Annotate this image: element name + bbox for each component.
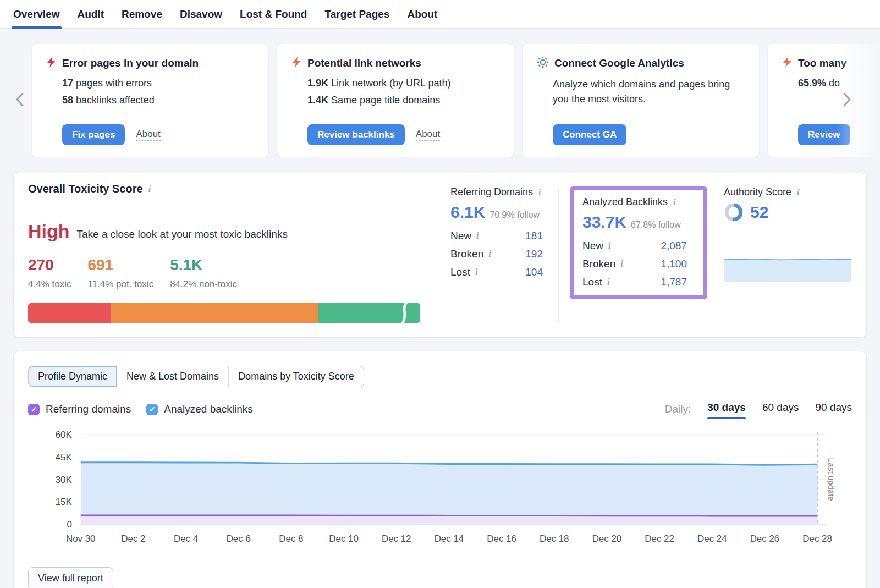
cards-carousel: Error pages in your domain 17 pages with… (0, 44, 880, 157)
analyzed-backlinks-title: Analyzed Backlinks (582, 196, 668, 208)
lightning-icon (782, 56, 793, 70)
svg-text:45K: 45K (56, 452, 73, 463)
tab-target-pages[interactable]: Target Pages (324, 0, 389, 29)
toxicity-section: Overall Toxicity Score i High Take a clo… (14, 173, 435, 337)
card-title: Potential link networks (307, 57, 421, 69)
svg-text:Dec 26: Dec 26 (750, 534, 780, 544)
svg-text:15K: 15K (56, 497, 73, 507)
tab-domains-by-toxicity[interactable]: Domains by Toxicity Score (229, 366, 364, 387)
checkbox-checked-icon[interactable]: ✓ (28, 404, 40, 415)
toxicity-level: High (28, 221, 70, 242)
info-icon[interactable]: i (148, 185, 151, 194)
card-stat-line: 1.4K Same page title domains (292, 95, 499, 106)
info-icon[interactable]: i (797, 188, 799, 197)
toxicity-bar-segment[interactable] (111, 303, 318, 323)
svg-text:Dec 10: Dec 10 (329, 534, 359, 544)
card-title: Error pages in your domain (62, 57, 199, 69)
toxicity-panel: Overall Toxicity Score i High Take a clo… (13, 173, 867, 338)
toxicity-bar[interactable] (28, 303, 420, 323)
review-button[interactable]: Review (798, 124, 850, 145)
stat-value-link[interactable]: 1,787 (661, 276, 687, 288)
svg-text:Dec 24: Dec 24 (697, 534, 727, 544)
authority-trend-sparkline (724, 252, 851, 282)
top-nav: Overview Audit Remove Disavow Lost & Fou… (0, 0, 880, 29)
tab-audit[interactable]: Audit (78, 0, 105, 29)
legend-analyzed-backlinks[interactable]: ✓ Analyzed backlinks (146, 403, 253, 415)
stat-value-link[interactable]: 192 (525, 248, 543, 260)
card-description: Analyze which domains and pages bring yo… (537, 77, 745, 107)
stat-row-broken: Brokeni 1,100 (582, 258, 687, 270)
period-60-days[interactable]: 60 days (762, 402, 799, 417)
period-30-days[interactable]: 30 days (707, 402, 746, 417)
info-icon[interactable]: i (673, 198, 675, 207)
tab-profile-dynamic[interactable]: Profile Dynamic (29, 366, 117, 387)
period-90-days[interactable]: 90 days (815, 402, 852, 417)
info-icon[interactable]: i (620, 260, 623, 268)
referring-domains-title: Referring Domains (450, 186, 533, 198)
card-stat-line: 58 backlinks affected (46, 95, 254, 106)
stat-row-lost: Losti 1,787 (582, 276, 687, 288)
chart-controls: ✓ Referring domains ✓ Analyzed backlinks… (28, 402, 852, 417)
referring-domains-total[interactable]: 6.1K (450, 203, 485, 222)
tab-overview[interactable]: Overview (13, 0, 60, 29)
card-stat-line: 1.9K Link network (by URL path) (292, 78, 499, 89)
stat-row-new: Newi 2,087 (582, 240, 687, 252)
info-icon[interactable]: i (607, 278, 609, 287)
toxicity-bar-segment[interactable] (28, 303, 111, 323)
tab-lost-and-found[interactable]: Lost & Found (240, 0, 307, 29)
toxic-stat: 270 4.4% toxic (28, 256, 71, 290)
view-full-report-button[interactable]: View full report (28, 567, 113, 588)
card-stat-line: 17 pages with errors (46, 78, 254, 89)
tab-about[interactable]: About (407, 0, 437, 29)
non-toxic-stat: 5.1K 84.2% non-toxic (170, 256, 237, 290)
stat-value-link[interactable]: 2,087 (661, 240, 687, 252)
legend-referring-domains[interactable]: ✓ Referring domains (28, 403, 131, 415)
info-icon[interactable]: i (476, 232, 479, 240)
period-selector: Daily: 30 days 60 days 90 days (665, 402, 852, 417)
svg-text:Dec 18: Dec 18 (540, 534, 569, 544)
lightning-icon (46, 56, 57, 70)
review-backlinks-button[interactable]: Review backlinks (307, 124, 405, 145)
analyzed-backlinks-total[interactable]: 33.7K (582, 213, 626, 232)
toxicity-stats: 270 4.4% toxic 691 11.4% pot. toxic 5.1K… (28, 256, 420, 290)
stat-value-link[interactable]: 1,100 (661, 258, 687, 270)
svg-text:Dec 22: Dec 22 (645, 534, 674, 544)
bar-break-icon (400, 303, 408, 323)
referring-follow-pct: 70.9% follow (490, 210, 540, 220)
stat-value-link[interactable]: 181 (525, 230, 543, 242)
about-link[interactable]: About (416, 129, 440, 141)
trend-chart[interactable]: 015K30K45K60KLast updateNov 30Dec 2Dec 4… (28, 426, 851, 557)
carousel-prev-icon[interactable] (14, 91, 25, 110)
fix-pages-button[interactable]: Fix pages (62, 124, 125, 145)
connect-ga-button[interactable]: Connect GA (553, 124, 626, 145)
tab-new-lost-domains[interactable]: New & Lost Domains (117, 366, 229, 387)
svg-text:Dec 16: Dec 16 (487, 534, 516, 544)
info-icon[interactable]: i (488, 250, 491, 259)
authority-score-value: 52 (750, 203, 768, 222)
card-title: Connect Google Analytics (554, 57, 684, 69)
referring-domains-column: Referring Domains i 6.1K 70.9% follow Ne… (450, 186, 558, 324)
svg-text:Dec 8: Dec 8 (279, 534, 303, 544)
info-icon[interactable]: i (475, 268, 477, 277)
carousel-next-icon[interactable] (842, 91, 853, 110)
about-link[interactable]: About (136, 129, 160, 141)
svg-text:Dec 28: Dec 28 (802, 534, 832, 544)
backlink-stats-section: Referring Domains i 6.1K 70.9% follow Ne… (435, 173, 866, 337)
authority-score-column: Authority Score i 52 (724, 186, 866, 324)
authority-score-gauge (724, 202, 744, 222)
tab-remove[interactable]: Remove (122, 0, 162, 29)
analyzed-backlinks-highlight-box: Analyzed Backlinks i 33.7K 67.8% follow … (570, 186, 707, 299)
card-connect-ga: Connect Google Analytics Analyze which d… (522, 44, 759, 157)
info-icon[interactable]: i (608, 241, 610, 250)
toxicity-message: Take a close look at your most toxic bac… (77, 228, 288, 240)
pot-toxic-stat: 691 11.4% pot. toxic (87, 256, 153, 290)
card-too-many: Too many 65.9% do Review (768, 44, 880, 157)
checkbox-checked-icon[interactable]: ✓ (146, 404, 158, 415)
info-icon[interactable]: i (538, 188, 541, 197)
stat-value-link[interactable]: 104 (525, 266, 543, 278)
svg-text:Dec 2: Dec 2 (121, 534, 145, 544)
svg-text:60K: 60K (56, 430, 73, 440)
stat-row-new: Newi 181 (450, 230, 543, 242)
tab-disavow[interactable]: Disavow (180, 0, 222, 29)
report-tabs: Profile Dynamic New & Lost Domains Domai… (28, 366, 364, 387)
